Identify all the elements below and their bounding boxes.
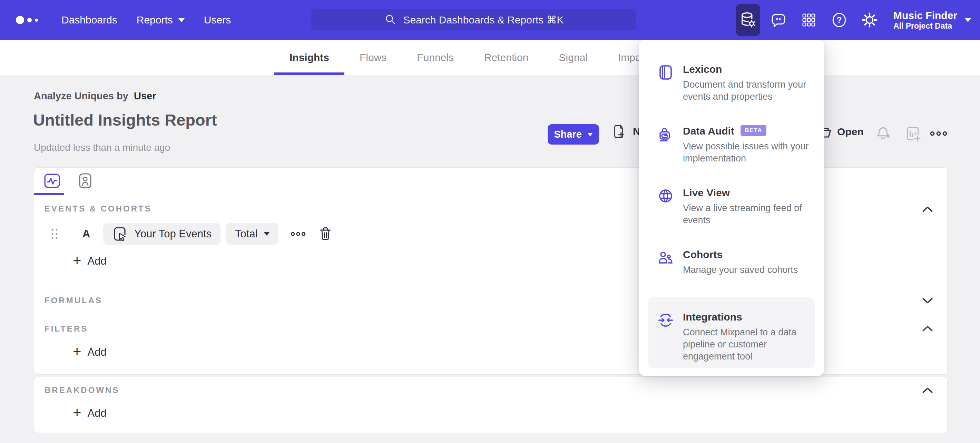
add-label: Add — [88, 346, 107, 359]
gear-icon — [861, 11, 878, 29]
metrics-view-tab[interactable] — [43, 173, 61, 189]
document-plus-icon — [611, 124, 627, 140]
share-label: Share — [554, 129, 582, 140]
plus-icon: + — [73, 405, 81, 420]
users-view-tab[interactable] — [76, 173, 94, 189]
search-placeholder: Search Dashboards & Reports ⌘K — [403, 14, 563, 26]
tab-funnels[interactable]: Funnels — [402, 40, 469, 75]
menu-item-live-view[interactable]: Live View View a live streaming feed of … — [657, 187, 812, 226]
data-management-button[interactable] — [736, 4, 760, 36]
alert-add-button[interactable] — [874, 125, 892, 142]
chevron-up-icon — [920, 322, 935, 336]
search-icon — [384, 13, 398, 27]
project-switcher[interactable]: Music Finder All Project Data — [893, 10, 957, 31]
nav-item-reports[interactable]: Reports — [137, 14, 185, 26]
add-filter-button[interactable]: + Add — [73, 346, 107, 359]
search-input[interactable]: Search Dashboards & Reports ⌘K — [311, 9, 636, 30]
plus-icon: + — [73, 345, 81, 359]
tab-signal[interactable]: Signal — [544, 40, 603, 75]
breakdowns-collapse-button[interactable] — [920, 383, 935, 398]
active-tab-underline — [34, 193, 64, 195]
delete-event-button[interactable] — [318, 225, 333, 242]
project-name: Music Finder — [893, 10, 957, 22]
chevron-down-icon — [178, 18, 185, 22]
tab-retention[interactable]: Retention — [469, 40, 544, 75]
report-tabbar: Insights Flows Funnels Retention Signal … — [0, 40, 980, 75]
bell-plus-icon — [874, 125, 892, 142]
feedback-button[interactable] — [767, 4, 791, 36]
aggregation-selector-chip[interactable]: Total — [226, 223, 278, 245]
menu-item-title: Data Audit — [683, 125, 734, 137]
aggregation-value: Total — [235, 228, 258, 240]
share-button[interactable]: Share — [547, 124, 599, 144]
chevron-up-icon — [920, 383, 935, 398]
menu-item-description: Document and transform your events and p… — [683, 79, 812, 103]
chart-plus-icon — [904, 125, 921, 142]
event-row-more-button[interactable] — [290, 229, 306, 238]
add-chart-button[interactable] — [904, 125, 921, 142]
event-selector-chip[interactable]: Your Top Events — [103, 223, 221, 245]
menu-item-data-audit[interactable]: Data Audit BETA View possible issues wit… — [657, 125, 812, 165]
nav-right-cluster: ? Music Finder All Project Data — [730, 0, 971, 40]
cursor-click-icon — [112, 225, 127, 242]
menu-item-description: View possible issues with your implement… — [683, 140, 812, 165]
mixpanel-logo-icon[interactable] — [16, 16, 42, 24]
beta-badge: BETA — [741, 125, 767, 136]
add-event-button[interactable]: + Add — [73, 255, 107, 268]
data-audit-lock-icon — [657, 125, 674, 165]
menu-item-title: Integrations — [683, 311, 742, 323]
more-options-button[interactable] — [930, 129, 948, 139]
analyze-label: Analyze Uniques by — [34, 91, 128, 102]
formulas-expand-button[interactable] — [920, 293, 935, 308]
add-label: Add — [88, 255, 107, 267]
integrations-sync-icon — [657, 311, 674, 363]
nav-item-dashboards[interactable]: Dashboards — [61, 14, 117, 26]
analyze-value-selector[interactable]: User — [134, 91, 156, 102]
menu-item-integrations-highlight: Integrations Connect Mixpanel to a data … — [648, 297, 815, 368]
nav-item-users[interactable]: Users — [204, 14, 231, 26]
nav-item-label: Reports — [137, 14, 173, 26]
chevron-up-icon — [920, 202, 935, 217]
add-breakdown-button[interactable]: + Add — [73, 407, 107, 420]
help-button[interactable]: ? — [827, 4, 851, 36]
data-management-menu: Lexicon Document and transform your even… — [639, 39, 824, 376]
database-gear-icon — [739, 11, 757, 29]
grid-icon — [801, 12, 817, 28]
menu-item-title: Live View — [683, 187, 730, 199]
top-nav: Dashboards Reports Users Search Dashboar… — [0, 0, 980, 40]
report-title[interactable]: Untitled Insights Report — [33, 110, 217, 129]
drag-handle-icon[interactable] — [51, 228, 58, 240]
svg-text:?: ? — [837, 15, 842, 24]
tab-insights[interactable]: Insights — [274, 40, 344, 75]
menu-item-integrations[interactable]: Integrations Connect Mixpanel to a data … — [657, 311, 811, 363]
trash-icon — [318, 225, 333, 242]
apps-grid-button[interactable] — [797, 4, 821, 36]
user-card-icon — [77, 173, 93, 189]
chevron-down-icon — [965, 18, 971, 22]
globe-icon — [657, 187, 674, 226]
menu-item-lexicon[interactable]: Lexicon Document and transform your even… — [657, 64, 812, 103]
filters-section-label: FILTERS — [45, 324, 88, 333]
settings-button[interactable] — [858, 4, 881, 36]
event-row-letter: A — [80, 228, 92, 240]
tab-flows[interactable]: Flows — [344, 40, 402, 75]
ellipsis-icon — [930, 129, 948, 139]
menu-item-description: Manage your saved cohorts — [683, 264, 812, 276]
breakdowns-section-label: BREAKDOWNS — [45, 385, 119, 395]
open-label: Open — [837, 126, 864, 138]
chevron-down-icon — [264, 232, 269, 236]
help-icon: ? — [830, 11, 848, 29]
menu-item-cohorts[interactable]: Cohorts Manage your saved cohorts — [657, 249, 812, 276]
plus-icon: + — [73, 253, 81, 268]
formulas-section-label: FORMULAS — [45, 296, 102, 305]
filters-collapse-button[interactable] — [920, 322, 935, 336]
menu-item-description: View a live streaming feed of events — [683, 202, 812, 226]
add-label: Add — [88, 407, 107, 419]
chat-smiley-icon — [770, 11, 787, 29]
nav-item-label: Users — [204, 14, 231, 26]
ellipsis-icon — [290, 229, 306, 238]
events-collapse-button[interactable] — [920, 202, 935, 217]
menu-item-description: Connect Mixpanel to a data pipeline or c… — [683, 326, 811, 363]
lexicon-book-icon — [657, 64, 674, 103]
project-scope: All Project Data — [893, 21, 957, 30]
